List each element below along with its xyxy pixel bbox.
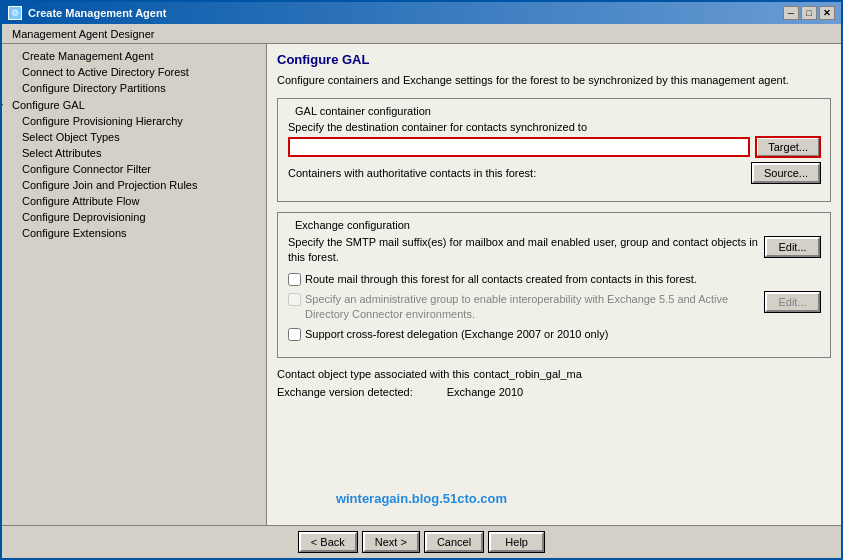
next-button[interactable]: Next > — [363, 532, 419, 552]
sidebar-item-select-attr[interactable]: Select Attributes — [2, 145, 266, 161]
panel-title: Configure GAL — [277, 52, 831, 67]
menu-item-management-agent-designer[interactable]: Management Agent Designer — [6, 27, 160, 41]
route-mail-checkbox[interactable] — [288, 273, 301, 286]
cancel-button[interactable]: Cancel — [425, 532, 483, 552]
sidebar-item-configure-conn[interactable]: Configure Connector Filter — [2, 161, 266, 177]
sidebar-item-configure-dir-label: Configure Directory Partitions — [22, 82, 166, 94]
sidebar-item-configure-ext[interactable]: Configure Extensions — [2, 225, 266, 241]
sidebar-item-select-obj[interactable]: Select Object Types — [2, 129, 266, 145]
source-description: Containers with authoritative contacts i… — [288, 167, 746, 179]
help-button[interactable]: Help — [489, 532, 544, 552]
sidebar-item-configure-attr[interactable]: Configure Attribute Flow — [2, 193, 266, 209]
maximize-button[interactable]: □ — [801, 6, 817, 20]
sidebar-item-configure-join[interactable]: Configure Join and Projection Rules — [2, 177, 266, 193]
delegation-label: Support cross-forest delegation (Exchang… — [305, 327, 608, 341]
route-mail-row: Route mail through this forest for all c… — [288, 272, 820, 286]
source-button[interactable]: Source... — [752, 163, 820, 183]
sidebar-item-configure-deprov-label: Configure Deprovisioning — [22, 211, 146, 223]
target-description: Specify the destination container for co… — [288, 121, 820, 133]
window-icon: ⚙ — [8, 6, 22, 20]
delegation-checkbox[interactable] — [288, 328, 301, 341]
panel-description: Configure containers and Exchange settin… — [277, 73, 831, 88]
sidebar-item-configure-deprov[interactable]: Configure Deprovisioning — [2, 209, 266, 225]
target-button[interactable]: Target... — [756, 137, 820, 157]
minimize-button[interactable]: ─ — [783, 6, 799, 20]
exchange-config-group: Exchange configuration Specify the SMTP … — [277, 212, 831, 358]
delegation-row: Support cross-forest delegation (Exchang… — [288, 327, 820, 341]
smtp-description: Specify the SMTP mail suffix(es) for mai… — [288, 235, 759, 264]
sidebar-item-create-label: Create Management Agent — [22, 50, 153, 62]
contact-type-row: Contact object type associated with this… — [277, 368, 831, 380]
close-button[interactable]: ✕ — [819, 6, 835, 20]
window-title: Create Management Agent — [28, 7, 166, 19]
main-panel: Configure GAL Configure containers and E… — [267, 44, 841, 525]
sidebar-item-configure-conn-label: Configure Connector Filter — [22, 163, 151, 175]
sidebar-item-connect-label: Connect to Active Directory Forest — [22, 66, 189, 78]
contact-type-value: contact_robin_gal_ma — [474, 368, 582, 380]
menu-bar: Management Agent Designer — [2, 24, 841, 44]
sidebar-arrow-icon: ⇒ — [2, 98, 8, 111]
gal-container-group: GAL container configuration Specify the … — [277, 98, 831, 202]
sidebar-item-configure-ext-label: Configure Extensions — [22, 227, 127, 239]
sidebar-item-configure-gal[interactable]: ⇒ Configure GAL — [2, 96, 266, 113]
sidebar-item-configure-dir[interactable]: Configure Directory Partitions — [2, 80, 266, 96]
sidebar-item-connect[interactable]: Connect to Active Directory Forest — [2, 64, 266, 80]
smtp-edit-button[interactable]: Edit... — [765, 237, 820, 257]
title-bar: ⚙ Create Management Agent ─ □ ✕ — [2, 2, 841, 24]
admin-group-row: Specify an administrative group to enabl… — [288, 292, 820, 321]
sidebar-item-select-attr-label: Select Attributes — [22, 147, 102, 159]
contact-type-label: Contact object type associated with this — [277, 368, 470, 380]
gal-container-title: GAL container configuration — [292, 105, 434, 117]
back-button[interactable]: < Back — [299, 532, 357, 552]
exchange-config-title: Exchange configuration — [292, 219, 413, 231]
admin-group-checkbox[interactable] — [288, 293, 301, 306]
route-mail-label: Route mail through this forest for all c… — [305, 272, 697, 286]
exchange-version-value: Exchange 2010 — [447, 386, 523, 398]
sidebar-item-select-obj-label: Select Object Types — [22, 131, 120, 143]
sidebar-item-configure-attr-label: Configure Attribute Flow — [22, 195, 139, 207]
target-input[interactable] — [288, 137, 750, 157]
sidebar: Create Management Agent Connect to Activ… — [2, 44, 267, 525]
exchange-version-label: Exchange version detected: — [277, 386, 413, 398]
sidebar-item-configure-join-label: Configure Join and Projection Rules — [22, 179, 198, 191]
admin-group-label: Specify an administrative group to enabl… — [305, 292, 761, 321]
footer: < Back Next > Cancel Help — [2, 525, 841, 558]
sidebar-item-configure-gal-label: Configure GAL — [12, 99, 85, 111]
sidebar-item-create[interactable]: Create Management Agent — [2, 48, 266, 64]
exchange-version-row: Exchange version detected: Exchange 2010 — [277, 386, 831, 398]
sidebar-item-configure-prov[interactable]: Configure Provisioning Hierarchy — [2, 113, 266, 129]
sidebar-item-configure-prov-label: Configure Provisioning Hierarchy — [22, 115, 183, 127]
admin-edit-button[interactable]: Edit... — [765, 292, 820, 312]
